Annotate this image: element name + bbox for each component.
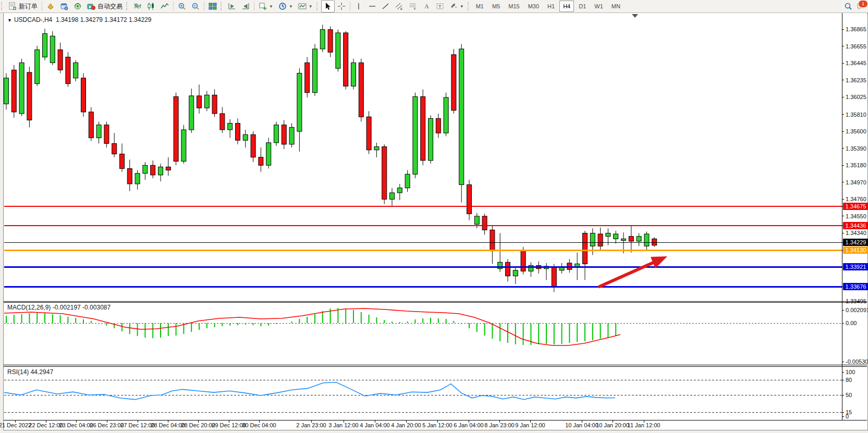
candle-body — [467, 184, 472, 214]
rsi-axis-label: 80 — [846, 377, 852, 383]
price-axis-label: 1.34970 — [846, 179, 866, 185]
candle-body — [174, 96, 178, 161]
price-axis-label: 1.34760 — [846, 196, 866, 202]
time-axis-label: 4 Jan 04:00 — [360, 422, 390, 428]
candle-body — [552, 267, 556, 288]
candle-body — [189, 96, 194, 130]
time-axis-label: 27 Dec 12:00 — [120, 422, 154, 428]
time-axis-label: 6 Jan 04:00 — [454, 422, 484, 428]
candle-body — [429, 118, 433, 160]
candle-body — [236, 123, 240, 141]
candle-body — [127, 168, 132, 183]
candle-body — [81, 78, 86, 112]
macd-axis-label: -0.005303 — [846, 358, 868, 365]
macd-axis-label: 0.002091 — [846, 307, 868, 313]
candle-body — [451, 55, 456, 110]
price-axis-label: 1.34550 — [846, 213, 866, 219]
time-axis-label: 22 Dec 12:00 — [29, 422, 63, 428]
time-axis-label: 28 Dec 20:00 — [181, 422, 215, 428]
candle-body — [444, 97, 448, 133]
mt4-application-window: 新订单 自动交易 — [0, 0, 868, 433]
candle-body — [112, 143, 117, 154]
candle-body — [359, 63, 363, 117]
chart-background — [4, 13, 867, 429]
candle-body — [583, 233, 588, 264]
price-line-tag: 1.34436 — [843, 222, 868, 229]
macd-indicator-label: MACD(12,26,9) -0.002197 -0.003087 — [7, 304, 111, 311]
candle-body — [220, 114, 225, 130]
candle-body — [366, 117, 371, 150]
candle-body — [413, 96, 418, 174]
candle-body — [274, 125, 279, 143]
time-axis-label: 5 Jan 12:00 — [422, 422, 453, 428]
macd-signal-value: -0.003087 — [82, 304, 111, 311]
candle-body — [506, 262, 510, 276]
candle-body — [27, 72, 32, 120]
time-axis-label: 10 Jan 20:00 — [596, 422, 629, 428]
candle-body — [266, 143, 271, 165]
symbol-period-text: USDCAD-,H4 — [14, 16, 52, 23]
chart-symbol-title: ▼USDCAD-,H4 1.34198 1.34279 1.34172 1.34… — [7, 16, 151, 23]
candle-body — [204, 95, 209, 108]
candle-body — [637, 237, 641, 241]
time-axis-label: 9 Jan 12:00 — [515, 422, 545, 428]
candle-body — [313, 49, 317, 93]
candle-body — [305, 63, 310, 92]
collapse-triangle-icon[interactable]: ▼ — [7, 18, 12, 23]
candle-body — [482, 216, 487, 230]
candle-body — [459, 49, 464, 184]
candle-body — [259, 157, 263, 166]
candle-body — [513, 270, 518, 276]
candle-body — [614, 234, 618, 239]
candle-body — [621, 239, 626, 240]
time-axis-label: 30 Dec 04:00 — [242, 422, 276, 428]
price-line-tag: 1.33921 — [843, 263, 868, 270]
price-axis-label: 1.35600 — [846, 128, 866, 134]
rsi-indicator-label: RSI(14) 44.2947 — [7, 368, 53, 376]
candle-body — [498, 262, 503, 268]
price-axis-label: 1.35810 — [846, 112, 866, 118]
candle-body — [289, 127, 294, 144]
candle-body — [74, 63, 78, 78]
candle-body — [66, 57, 70, 83]
candle-body — [436, 118, 441, 133]
rsi-value: 44.2947 — [31, 368, 53, 376]
price-axis-label: 1.35180 — [846, 162, 866, 168]
candle-body — [629, 237, 633, 241]
price-line-tag: 1.33676 — [843, 283, 868, 290]
candle-body — [158, 167, 163, 175]
candle-body — [598, 234, 603, 246]
candle-body — [490, 230, 495, 251]
rsi-axis-label: 100 — [846, 369, 855, 375]
candle-body — [4, 78, 9, 104]
candle-body — [19, 63, 24, 114]
time-axis-label: 26 Dec 23:00 — [90, 422, 124, 428]
macd-main-value: -0.002197 — [53, 304, 81, 311]
candle-body — [606, 233, 610, 236]
price-axis-label: 1.35390 — [846, 145, 866, 152]
candle-body — [328, 30, 333, 52]
candle-body — [166, 167, 170, 170]
candle-body — [120, 154, 125, 169]
time-axis-label: 28 Dec 04:00 — [151, 422, 185, 428]
candle-body — [58, 50, 63, 70]
candle-body — [143, 165, 148, 174]
candlestick-chart[interactable] — [0, 0, 868, 433]
time-axis-label: 11 Jan 12:00 — [628, 422, 661, 428]
candle-body — [50, 36, 55, 63]
rsi-axis-label: 0 — [846, 413, 849, 419]
candle-body — [11, 70, 16, 112]
price-axis-label: 1.33495 — [846, 298, 866, 304]
price-axis-label: 1.34340 — [846, 230, 866, 236]
candle-body — [336, 33, 340, 68]
macd-name: MACD(12,26,9) — [7, 304, 51, 311]
candle-body — [89, 112, 93, 138]
time-axis-label: 3 Jan 12:00 — [328, 422, 359, 428]
time-axis-label: 23 Dec 04:00 — [59, 422, 93, 428]
candle-body — [104, 125, 109, 144]
price-line-tag: 1.34130 — [843, 246, 868, 254]
candle-body — [421, 96, 425, 160]
time-axis-label: 29 Dec 12:00 — [212, 422, 246, 428]
time-axis-label: 21 Dec 2022 — [0, 422, 31, 428]
candle-body — [282, 125, 286, 144]
